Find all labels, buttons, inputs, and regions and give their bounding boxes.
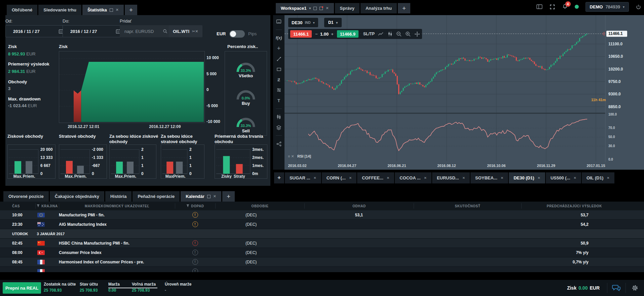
bottom-tab-0[interactable]: Otvorené pozície (3, 191, 49, 202)
filter-icon[interactable] (37, 204, 40, 208)
power-icon[interactable] (636, 4, 641, 10)
screenshot-tool-icon[interactable] (275, 18, 282, 25)
buy-button[interactable]: 11466.9 (337, 30, 358, 38)
close-icon[interactable]: ✕ (607, 176, 609, 180)
line-tool-icon[interactable] (275, 56, 282, 62)
instrument-tab-0[interactable]: SUGAR ...✕ (285, 172, 321, 183)
country-flag-icon (35, 269, 59, 272)
close-icon[interactable]: ✕ (462, 176, 465, 180)
volume-plus-button[interactable]: + (331, 32, 334, 37)
close-icon[interactable]: ✕ (501, 176, 503, 180)
symbol-chip[interactable]: OIL.WTI ✂✕ (169, 25, 202, 37)
instrument-tab-2[interactable]: COFFEE...✕ (357, 172, 394, 183)
bottom-tab-1[interactable]: Čakajúce objednávky (50, 191, 104, 202)
pattern-tool-icon[interactable]: Ƶ (275, 77, 282, 83)
rect-tool-icon[interactable] (275, 66, 282, 72)
calendar-row[interactable]: ! (0, 267, 644, 272)
workspace-tab-2[interactable]: Analýza trhu (361, 3, 397, 13)
filter-icon[interactable] (186, 204, 189, 208)
zoom-out-icon[interactable] (396, 31, 402, 37)
account-stat-2: Marža0.00 (108, 282, 120, 293)
close-icon[interactable]: ✕ (387, 176, 389, 180)
calendar-row[interactable]: 08:45Harmonised Index of Consumer Prices… (0, 257, 644, 267)
close-icon[interactable]: ✕ (326, 6, 329, 10)
workspace-tab-add-button[interactable]: + (398, 3, 410, 13)
workspace-tab-1[interactable]: Správy (335, 3, 359, 13)
calendar-header-2[interactable]: MAKROEKONOMICKÝ UKAZOVATEĽ (59, 203, 175, 209)
calendar-row[interactable]: 23:30AIG Manufacturing Index!(DEC)54,2 (0, 220, 644, 229)
close-icon[interactable]: ✕ (313, 176, 316, 180)
remove-icon[interactable]: ✂✕ (192, 29, 198, 34)
bottom-tab-4[interactable]: Kalendár✕ (181, 191, 221, 202)
maximize-icon (319, 7, 323, 10)
candle-chart-icon[interactable] (387, 31, 393, 37)
volume-value[interactable]: 1.00 (320, 32, 329, 37)
left-tab-2[interactable]: Štatistika✕ (82, 5, 124, 15)
zoom-in-icon[interactable] (405, 31, 411, 37)
candles-tool-icon[interactable] (275, 114, 282, 120)
bottom-tab-3[interactable]: Peňažné operácie (132, 191, 180, 202)
account-stat-0: Zostatok na účte25 708.93 (44, 282, 76, 293)
crosshair-tool-icon[interactable]: + (275, 45, 282, 51)
currency-pips-toggle[interactable] (229, 30, 245, 38)
calendar-row[interactable]: 02:45HSBC China Manufacturing PMI - fin.… (0, 239, 644, 248)
instrument-tab-3[interactable]: COCOA ...✕ (395, 172, 431, 183)
instrument-tab-5[interactable]: SOYBEA...✕ (470, 172, 508, 183)
fx-tool-icon[interactable]: f(x) (275, 35, 282, 41)
layers-tool-icon[interactable] (275, 124, 282, 130)
symbol-search-input[interactable] (124, 29, 163, 34)
bottom-tab-add-button[interactable]: + (222, 191, 235, 202)
svg-text:2016.04.27: 2016.04.27 (338, 164, 356, 168)
instrument-tab-8[interactable]: OIL (D1)✕ (582, 172, 614, 183)
sell-button[interactable]: 11466.1 (290, 30, 312, 38)
settings-button[interactable] (626, 280, 644, 296)
from-label: Od: (5, 18, 12, 24)
close-icon[interactable]: ✕ (424, 176, 427, 180)
svg-text:100.0: 100.0 (608, 113, 617, 116)
notifications-bell-icon[interactable]: 4 (562, 4, 568, 10)
fib-tool-icon[interactable] (275, 87, 282, 93)
workspace-tab-0[interactable]: Workspace1▾✕ (276, 3, 334, 13)
line-chart-icon[interactable] (378, 32, 384, 36)
bottom-tab-2[interactable]: História (105, 191, 131, 202)
close-icon[interactable]: ✕ (538, 176, 540, 180)
switch-to-real-button[interactable]: Prepni na REAL (3, 282, 41, 294)
instrument-tab-6[interactable]: DE30 (D1)✕ (509, 172, 545, 183)
calendar-header-0[interactable]: ČAS (0, 203, 35, 209)
instrument-tab-7[interactable]: US500 (...✕ (546, 172, 581, 183)
chat-button[interactable] (607, 280, 626, 296)
left-tab-add-button[interactable]: + (125, 5, 137, 15)
left-tab-1[interactable]: Sledovanie trhu (38, 5, 81, 15)
close-icon[interactable]: ✕ (116, 8, 119, 12)
calendar-row[interactable]: 10:00Manufacturing PMI - fin.!(DEC)53,15… (0, 210, 644, 220)
date-from-input[interactable]: 2016 / 11 / 27 (5, 25, 67, 37)
date-to-input[interactable]: 2016 / 12 / 27 (63, 25, 124, 37)
text-tool-icon[interactable]: T (275, 97, 282, 103)
calendar-header-5[interactable]: ODHAD (304, 203, 414, 209)
add-symbol-label: Pridať (120, 18, 131, 24)
calendar-header-4[interactable]: OBDOBIE (215, 203, 304, 209)
calendar-header-1[interactable]: KRAJINA (35, 203, 59, 209)
layout-icon[interactable] (536, 4, 543, 9)
volume-minus-button[interactable]: − (315, 32, 318, 37)
close-icon[interactable]: ✕ (349, 176, 352, 180)
left-tab-0[interactable]: Obľúbené (7, 5, 37, 15)
share-tool-icon[interactable] (275, 141, 282, 147)
move-crosshair-icon[interactable] (414, 31, 420, 37)
country-flag-icon (35, 213, 59, 217)
account-selector[interactable]: DEMO 784939 ▾ (585, 2, 629, 12)
close-icon[interactable]: ✕ (213, 194, 216, 199)
instrument-add-button[interactable]: + (274, 172, 284, 183)
fullscreen-icon[interactable] (550, 4, 555, 10)
instrument-tab-1[interactable]: CORN (...✕ (322, 172, 356, 183)
timeframe-selector[interactable]: D1 ▾ (324, 18, 342, 27)
calendar-header-3[interactable]: DOPAD (175, 203, 215, 209)
calendar-header-6[interactable]: SKUTOČNOSŤ (414, 203, 521, 209)
calendar-row[interactable]: 08:00Consumer Price Index!(DEC)7% y/y (0, 248, 644, 257)
sltp-button[interactable]: SL/TP (363, 32, 375, 36)
symbol-selector[interactable]: DE30 IND ▾ (288, 18, 318, 27)
profit-area-chart[interactable] (59, 51, 205, 123)
calendar-header-7[interactable]: PREDCHÁDZAJÚCI VÝSLEDOK (521, 203, 644, 209)
instrument-tab-4[interactable]: EURUSD...✕ (432, 172, 470, 183)
close-icon[interactable]: ✕ (574, 176, 576, 180)
